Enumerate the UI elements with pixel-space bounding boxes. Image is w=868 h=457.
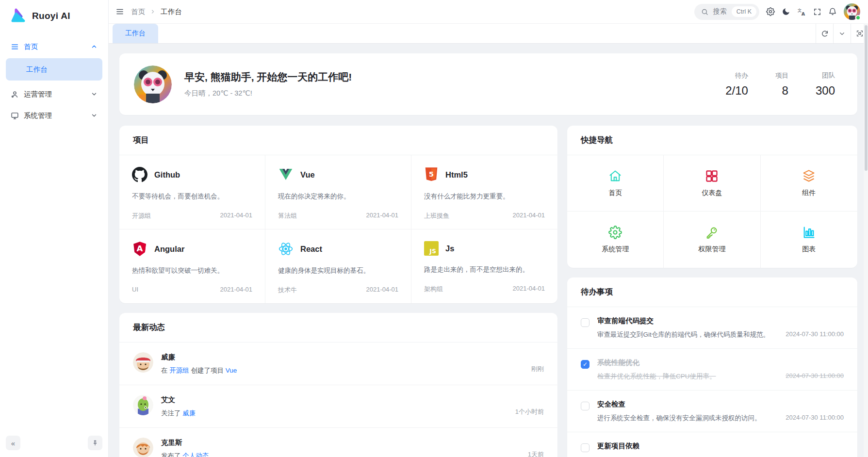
todo-time: 2024-07-30 11:00:00 [786, 330, 844, 339]
activity-desc: 在 开源组 创建了项目 Vue [161, 366, 524, 375]
quicknav-label: 仪表盘 [702, 189, 722, 197]
vue-icon [278, 167, 294, 182]
stat-label: 项目 [775, 71, 788, 80]
search-placeholder: 搜索 [713, 7, 727, 16]
stat-projects: 项目 8 [775, 71, 788, 98]
user-avatar[interactable] [844, 3, 860, 20]
project-cell-angular[interactable]: A Angular 热情和欲望可以突破一切难关。 UI 2021-04-01 [119, 229, 265, 303]
activity-link-user[interactable]: 威廉 [182, 409, 196, 417]
project-group: 开源组 [132, 212, 151, 220]
activity-body: 威廉 在 开源组 创建了项目 Vue [161, 352, 524, 375]
project-name: React [300, 245, 322, 254]
todo-checkbox-checked[interactable]: ✓ [581, 360, 590, 369]
activity-card: 最新动态 [119, 313, 557, 457]
todo-checkbox[interactable] [581, 402, 590, 410]
sidebar-footer: « [0, 431, 108, 457]
quicknav-components[interactable]: 组件 [761, 155, 857, 212]
js-icon: JS [424, 241, 439, 256]
quicknav-label: 图表 [802, 245, 816, 254]
project-date: 2021-04-01 [220, 212, 253, 220]
todo-time: 2024-07-30 11:00:00 [786, 372, 844, 381]
stat-label: 待办 [725, 71, 748, 80]
quicknav-charts[interactable]: 图表 [761, 212, 857, 268]
projects-grid: Github 不要等待机会，而要创造机会。 开源组 2021-04-01 [119, 155, 557, 303]
svg-text:5: 5 [429, 170, 434, 178]
hamburger-menu-icon[interactable] [115, 7, 124, 16]
dark-mode-moon-icon[interactable] [782, 7, 790, 16]
sidebar: Ruoyi AI 首页 工作台 [0, 0, 109, 457]
logo[interactable]: Ruoyi AI [0, 0, 108, 36]
avatar-william [133, 352, 153, 373]
settings-gear-icon[interactable] [766, 7, 775, 16]
quicknav-dashboard[interactable]: 仪表盘 [664, 155, 760, 212]
activity-link-group[interactable]: 开源组 [169, 367, 189, 374]
sidebar-item-label: 首页 [24, 42, 86, 51]
todo-body: 系统性能优化 检查并优化系统性能，降低CPU使用率。 2024-07-30 11… [597, 358, 844, 381]
github-icon [132, 167, 147, 182]
welcome-title: 早安, 熊猫助手, 开始您一天的工作吧! [184, 70, 713, 84]
sidebar-item-home[interactable]: 首页 [6, 36, 102, 57]
search-input[interactable]: 搜索 Ctrl K [694, 4, 759, 20]
project-cell-html5[interactable]: 5 Html5 没有什么才能比努力更重要。 上班摸鱼 2021-04-01 [411, 155, 557, 229]
collapse-sidebar-button[interactable]: « [6, 436, 20, 450]
project-cell-react[interactable]: React 健康的身体是实现目标的基石。 技术牛 2021-04-01 [265, 229, 411, 303]
project-cell-vue[interactable]: Vue 现在的你决定将来的你。 算法组 2021-04-01 [265, 155, 411, 229]
svg-text:A: A [137, 244, 143, 253]
todo-desc: 审查最近提交到Git仓库的前端代码，确保代码质量和规范。 [597, 330, 770, 339]
sidebar-item-label: 系统管理 [24, 111, 86, 120]
stat-value: 300 [816, 84, 835, 98]
sidebar-item-system[interactable]: 系统管理 [6, 105, 102, 126]
chevron-up-icon [91, 43, 98, 50]
scrollbar[interactable] [864, 23, 868, 457]
activity-time: 1天前 [528, 438, 544, 457]
svg-text:JS: JS [429, 247, 436, 255]
project-desc: 现在的你决定将来的你。 [278, 192, 398, 201]
content: 早安, 熊猫助手, 开始您一天的工作吧! 今日晴，20℃ - 32℃! 待办 2… [109, 44, 868, 457]
project-group: 上班摸鱼 [424, 212, 449, 220]
activity-row: 艾文 关注了 威廉 1个小时前 [119, 385, 557, 428]
monitor-icon [11, 112, 19, 120]
sidebar-item-operations[interactable]: 运营管理 [6, 83, 102, 105]
activity-row: 克里斯 发布了 个人动态 1天前 [119, 428, 557, 457]
todo-title: 更新项目依赖 [597, 441, 844, 451]
notification-bell-icon[interactable] [828, 7, 837, 16]
project-desc: 热情和欲望可以突破一切难关。 [132, 266, 252, 275]
project-cell-js[interactable]: JS Js 路是走出来的，而不是空想出来的。 架构组 2021-04-01 [411, 229, 557, 303]
sidebar-item-workbench[interactable]: 工作台 [6, 58, 102, 81]
project-date: 2021-04-01 [513, 285, 545, 294]
todo-row: ✓ 系统性能优化 检查并优化系统性能，降低CPU使用率。 2024-07-30 … [567, 349, 857, 391]
todo-checkbox[interactable] [581, 318, 590, 327]
refresh-icon[interactable] [816, 24, 833, 43]
activity-row: 威廉 在 开源组 创建了项目 Vue 刚刚 [119, 343, 557, 385]
quicknav-grid: 首页 仪表盘 [567, 155, 857, 268]
welcome-subtitle: 今日晴，20℃ - 32℃! [184, 89, 713, 98]
translate-icon[interactable]: 文 A [797, 7, 806, 16]
quicknav-system[interactable]: 系统管理 [567, 212, 664, 268]
quicknav-label: 组件 [802, 189, 816, 197]
fullscreen-icon[interactable] [813, 8, 821, 16]
activity-text: 在 [161, 367, 169, 374]
app-title: Ruoyi AI [32, 11, 70, 21]
tab-workbench[interactable]: 工作台 [113, 24, 158, 43]
activity-link-feed[interactable]: 个人动态 [182, 452, 209, 457]
project-date: 2021-04-01 [513, 212, 545, 220]
quicknav-permissions[interactable]: 权限管理 [664, 212, 760, 268]
breadcrumb-current: 工作台 [161, 7, 182, 16]
tab-dropdown-chevron-icon[interactable] [833, 24, 851, 43]
stat-todo: 待办 2/10 [725, 71, 748, 98]
todo-desc: 进行系统安全检查，确保没有安全漏洞或未授权的访问。 [597, 414, 761, 423]
quicknav-home[interactable]: 首页 [567, 155, 664, 212]
activity-time: 刚刚 [531, 352, 544, 374]
todo-checkbox[interactable] [581, 443, 590, 452]
pin-icon[interactable] [88, 436, 102, 450]
activity-text: 发布了 [161, 452, 182, 457]
quicknav-label: 权限管理 [698, 245, 725, 254]
project-cell-github[interactable]: Github 不要等待机会，而要创造机会。 开源组 2021-04-01 [119, 155, 265, 229]
breadcrumb-home[interactable]: 首页 [131, 7, 145, 16]
scrollbar-thumb[interactable] [865, 25, 868, 171]
project-desc: 没有什么才能比努力更重要。 [424, 192, 545, 201]
quicknav-card: 快捷导航 首页 [567, 126, 857, 268]
activity-link-project[interactable]: Vue [226, 367, 237, 374]
project-desc: 不要等待机会，而要创造机会。 [132, 192, 252, 201]
right-column: 快捷导航 首页 [567, 126, 857, 457]
